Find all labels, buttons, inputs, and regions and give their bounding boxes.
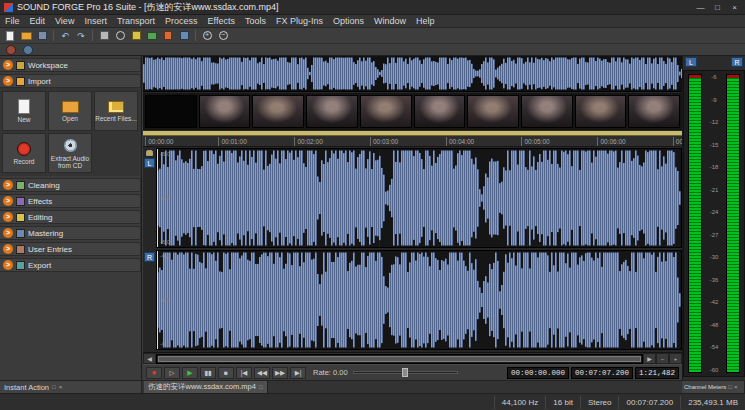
new-file-button[interactable]: [3, 29, 17, 42]
menu-effects[interactable]: Effects: [203, 15, 240, 28]
video-frame[interactable]: [145, 95, 197, 128]
right-channel-waveform[interactable]: -6.0 -inf. -6.0: [156, 250, 682, 350]
video-frame[interactable]: [628, 95, 680, 128]
video-frame[interactable]: [467, 95, 519, 128]
envelope-tool-button[interactable]: [145, 29, 159, 42]
expand-arrow-icon[interactable]: >: [3, 228, 13, 238]
minimize-button[interactable]: —: [692, 1, 709, 14]
scroll-right-button[interactable]: ▶: [643, 353, 656, 364]
sidebar-section-editing[interactable]: > Editing: [0, 210, 141, 224]
sidebar-section-export[interactable]: > Export: [0, 258, 141, 272]
video-frame[interactable]: [575, 95, 627, 128]
import-new-button[interactable]: New: [2, 91, 46, 131]
import-open-button[interactable]: Open: [48, 91, 92, 131]
close-panel-icon[interactable]: ×: [734, 384, 738, 390]
go-to-start-button[interactable]: |◀: [236, 367, 252, 379]
expand-arrow-icon[interactable]: >: [3, 60, 13, 70]
tab-maximize-icon[interactable]: □: [259, 384, 263, 390]
playhead-cursor[interactable]: [157, 149, 158, 247]
menu-fx-plugins[interactable]: FX Plug-Ins: [271, 15, 328, 28]
import-record-button[interactable]: Record: [2, 133, 46, 173]
menu-view[interactable]: View: [50, 15, 79, 28]
play-all-button[interactable]: ▷: [164, 367, 180, 379]
sidebar-section-workspace[interactable]: > Workspace: [0, 58, 141, 72]
scroll-left-button[interactable]: ◀: [143, 353, 156, 364]
video-frame[interactable]: [252, 95, 304, 128]
record-button[interactable]: ●: [146, 367, 162, 379]
sidebar-section-import[interactable]: > Import: [0, 74, 141, 88]
rewind-button[interactable]: ◀◀: [254, 367, 270, 379]
sidebar-section-mastering[interactable]: > Mastering: [0, 226, 141, 240]
instant-action-label: Instant Action: [4, 383, 49, 392]
expand-arrow-icon[interactable]: >: [3, 260, 13, 270]
channel-meters-tab[interactable]: Channel Meters □ ×: [682, 381, 745, 393]
play-button[interactable]: ▶: [182, 367, 198, 379]
forward-button[interactable]: ▶▶: [272, 367, 288, 379]
video-frame[interactable]: [521, 95, 573, 128]
expand-arrow-icon[interactable]: >: [3, 212, 13, 222]
lock-icon[interactable]: [146, 150, 153, 156]
close-button[interactable]: ×: [726, 1, 743, 14]
redo-button[interactable]: ↷: [74, 29, 88, 42]
overview-waveform[interactable]: [143, 56, 682, 92]
zoom-out-time-button[interactable]: −: [656, 353, 669, 364]
expand-arrow-icon[interactable]: >: [3, 76, 13, 86]
left-channel-waveform[interactable]: -6.0 -inf. -6.0: [156, 148, 682, 248]
extract-audio-cd-button[interactable]: Extract Audio from CD: [48, 133, 92, 173]
pause-button[interactable]: ▮▮: [200, 367, 216, 379]
video-frame[interactable]: [199, 95, 251, 128]
close-panel-icon[interactable]: ×: [59, 384, 63, 390]
menu-options[interactable]: Options: [328, 15, 369, 28]
menu-process[interactable]: Process: [160, 15, 203, 28]
record-options-button[interactable]: [4, 43, 18, 56]
undo-button[interactable]: ↶: [58, 29, 72, 42]
menu-window[interactable]: Window: [369, 15, 411, 28]
menu-transport[interactable]: Transport: [112, 15, 160, 28]
document-tab[interactable]: 伤速的安详www.ssdax.com.mp4 □: [144, 381, 268, 393]
video-frame[interactable]: [414, 95, 466, 128]
magnify-tool-button[interactable]: [113, 29, 127, 42]
meter-right-badge[interactable]: R: [731, 57, 743, 67]
snap-button[interactable]: [177, 29, 191, 42]
sidebar-section-cleaning[interactable]: > Cleaning: [0, 178, 141, 192]
meters-area[interactable]: -6-9 -12-15 -18-21 -24-27 -30-36 -42-48 …: [683, 70, 745, 377]
menu-file[interactable]: File: [0, 15, 25, 28]
horizontal-scrollbar[interactable]: [156, 354, 643, 364]
expand-arrow-icon[interactable]: >: [3, 180, 13, 190]
title-bar: SOUND FORGE Pro 16 Suite - [伤速的安详www.ssd…: [0, 0, 745, 15]
expand-arrow-icon[interactable]: >: [3, 244, 13, 254]
rate-slider-thumb[interactable]: [402, 368, 408, 377]
video-frame[interactable]: [360, 95, 412, 128]
video-frame[interactable]: [306, 95, 358, 128]
menu-tools[interactable]: Tools: [240, 15, 271, 28]
sidebar-section-user-entries[interactable]: > User Entries: [0, 242, 141, 256]
import-recent-files-button[interactable]: Recent Files...: [94, 91, 138, 131]
zoom-in-time-button[interactable]: +: [669, 353, 682, 364]
instant-action-tab[interactable]: Instant Action □ ×: [0, 381, 142, 393]
marker-button[interactable]: [161, 29, 175, 42]
save-button[interactable]: [35, 29, 49, 42]
stop-button[interactable]: ■: [218, 367, 234, 379]
left-channel-badge[interactable]: L: [144, 158, 155, 168]
right-channel-badge[interactable]: R: [144, 252, 155, 262]
playhead-cursor[interactable]: [157, 251, 158, 349]
menu-edit[interactable]: Edit: [25, 15, 51, 28]
sidebar-section-effects[interactable]: > Effects: [0, 194, 141, 208]
zoom-in-button[interactable]: +: [200, 29, 214, 42]
expand-arrow-icon[interactable]: >: [3, 196, 13, 206]
menu-help[interactable]: Help: [411, 15, 440, 28]
menu-insert[interactable]: Insert: [79, 15, 112, 28]
time-ruler[interactable]: 00:00:00 00:01:00 00:02:00 00:03:00 00:0…: [143, 136, 682, 147]
meter-left-badge[interactable]: L: [685, 57, 697, 67]
open-file-button[interactable]: [19, 29, 33, 42]
scrollbar-thumb[interactable]: [158, 356, 641, 362]
go-to-end-button[interactable]: ▶|: [290, 367, 306, 379]
maximize-button[interactable]: □: [709, 1, 726, 14]
edit-tool-button[interactable]: [97, 29, 111, 42]
monitor-button[interactable]: [21, 43, 35, 56]
float-panel-icon[interactable]: □: [52, 384, 56, 390]
pencil-tool-button[interactable]: [129, 29, 143, 42]
float-panel-icon[interactable]: □: [728, 384, 732, 390]
rate-slider[interactable]: [353, 368, 458, 377]
zoom-out-button[interactable]: −: [216, 29, 230, 42]
